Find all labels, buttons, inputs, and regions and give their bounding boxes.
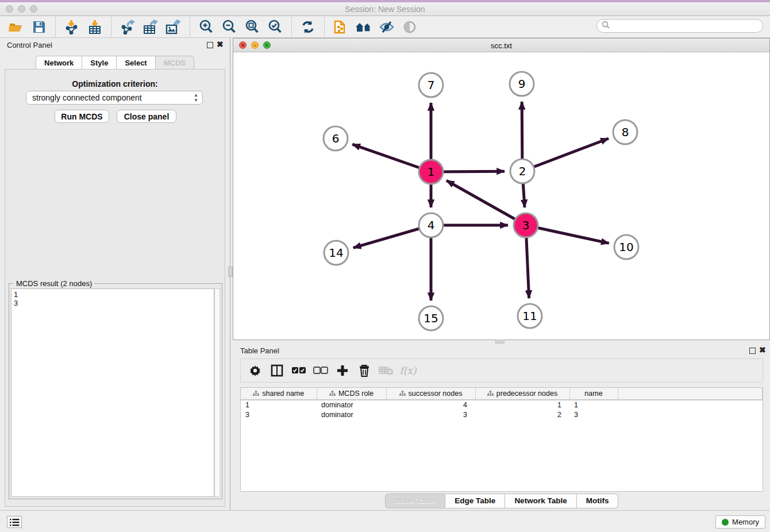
memory-label: Memory [732,518,759,526]
tab-motifs[interactable]: Motifs [577,494,619,508]
table-settings-icon[interactable] [247,362,264,379]
search-field[interactable] [596,19,763,33]
mcds-result-text[interactable]: 1 3 [11,288,214,497]
copy-network-icon[interactable] [331,18,351,36]
zoom-in-icon[interactable] [197,18,216,36]
vertical-splitter-handle[interactable] [228,267,233,277]
graph-node-label-8: 8 [622,125,629,139]
zoom-fit-icon[interactable] [242,18,262,36]
hide-selected-icon[interactable] [377,18,396,36]
tab-node-table[interactable]: Node Table [385,494,446,508]
table-cell[interactable]: 3 [241,410,317,419]
network-graph[interactable]: 7968124314101511 [233,52,769,340]
table-cell[interactable]: 3 [569,410,618,419]
mcds-result-title: MCDS result (2 nodes) [14,279,94,288]
criterion-select[interactable]: strongly connected component ▲▼ [26,91,203,105]
table-row[interactable]: 1dominator411 [241,400,763,410]
column-header-MCDS-role[interactable]: MCDS role [317,388,386,400]
column-header-predecessor-nodes[interactable]: predecessor nodes [475,388,569,400]
graph-node-label-15: 15 [424,311,438,325]
table-toolbar: f(x) [240,358,763,383]
search-icon [602,21,610,32]
graph-node-label-11: 11 [522,309,537,323]
hierarchy-icon [253,390,259,398]
column-header-successor-nodes[interactable]: successor nodes [386,388,475,400]
task-history-button[interactable] [7,516,22,528]
result-scrollbar[interactable] [214,288,220,497]
table-cell[interactable]: 3 [386,410,475,419]
graph-node-label-1: 1 [428,165,435,179]
mcds-result-group: MCDS result (2 nodes) 1 3 [9,283,222,499]
graph-edge-3-1[interactable] [446,180,526,225]
table-cell[interactable]: 4 [386,400,475,410]
deselect-all-icon[interactable] [312,362,329,379]
table-cell[interactable]: 1 [241,400,317,410]
table-cell[interactable]: 2 [475,410,569,419]
table-close-panel-icon[interactable]: ✖ [759,346,766,354]
graph-node-label-14: 14 [329,246,343,260]
table-cell[interactable]: dominator [317,410,386,419]
save-session-icon[interactable] [29,18,49,36]
network-view-window: ✕ − + scc.txt 7968124314101511 [233,38,770,340]
function-builder-icon[interactable]: f(x) [399,362,417,379]
first-neighbors-icon[interactable] [354,18,374,36]
graph-edge-2-8[interactable] [522,138,609,171]
table-panel-tabs: Node TableEdge TableNetwork TableMotifs [233,494,770,508]
tab-edge-table[interactable]: Edge Table [445,494,505,508]
close-panel-button[interactable]: Close panel [117,110,176,123]
export-network-icon[interactable] [118,18,137,36]
refresh-layout-icon[interactable] [298,18,318,36]
control-panel-header: Control Panel ✖ [0,38,230,53]
show-all-icon[interactable] [400,18,419,36]
network-canvas[interactable]: 7968124314101511 [233,52,769,340]
hierarchy-icon [329,390,336,398]
graph-node-label-4: 4 [428,218,435,232]
node-table[interactable]: shared nameMCDS rolesuccessor nodesprede… [240,387,763,492]
graph-node-label-2: 2 [519,164,526,178]
table-float-panel-icon[interactable] [749,348,756,354]
graph-node-label-9: 9 [518,77,526,91]
run-mcds-button[interactable]: Run MCDS [55,110,109,123]
status-bar: Memory [0,510,770,532]
export-table-icon[interactable] [141,18,160,36]
add-column-icon[interactable] [334,362,351,379]
table-cell[interactable]: 1 [569,400,618,410]
graph-node-label-3: 3 [522,218,530,232]
import-table-icon[interactable] [85,18,105,36]
table-cell[interactable]: dominator [317,400,386,410]
open-session-icon[interactable] [6,18,26,36]
select-all-icon[interactable] [290,362,307,379]
show-columns-icon[interactable] [268,362,286,379]
delete-table-icon[interactable] [378,362,395,379]
optimization-criterion-label: Optimization criterion: [5,79,225,88]
column-header-name[interactable]: name [569,388,618,400]
delete-column-icon[interactable] [356,362,373,379]
float-panel-icon[interactable] [207,42,213,48]
table-panel-title: Table Panel [240,346,279,355]
zoom-selected-icon[interactable] [265,18,285,36]
zoom-out-icon[interactable] [220,18,239,36]
import-network-icon[interactable] [62,18,82,36]
titlebar: Session: New Session [0,0,770,16]
memory-status-icon [722,519,729,526]
table-row[interactable]: 3dominator323 [241,410,763,419]
table-cell-filler [618,400,763,410]
chevron-up-down-icon: ▲▼ [194,92,198,103]
table-cell[interactable]: 1 [475,400,569,410]
graph-node-label-6: 6 [332,132,340,145]
horizontal-splitter-handle[interactable] [495,340,505,344]
hierarchy-icon [487,390,494,398]
network-view-title: scc.txt [233,41,769,50]
network-view-titlebar: ✕ − + scc.txt [233,38,769,52]
control-panel: Control Panel ✖ NetworkStyleSelectMCDS O… [0,38,230,510]
criterion-selected-value: strongly connected component [32,93,142,102]
mcds-tab-content: Optimization criterion: strongly connect… [5,69,225,507]
search-input[interactable] [610,20,763,32]
close-panel-icon[interactable]: ✖ [217,40,224,48]
hierarchy-icon [399,390,406,398]
control-panel-title: Control Panel [7,41,52,49]
memory-button[interactable]: Memory [715,515,765,529]
tab-network-table[interactable]: Network Table [505,494,576,508]
column-header-shared-name[interactable]: shared name [241,388,317,400]
export-image-icon[interactable] [164,18,183,36]
